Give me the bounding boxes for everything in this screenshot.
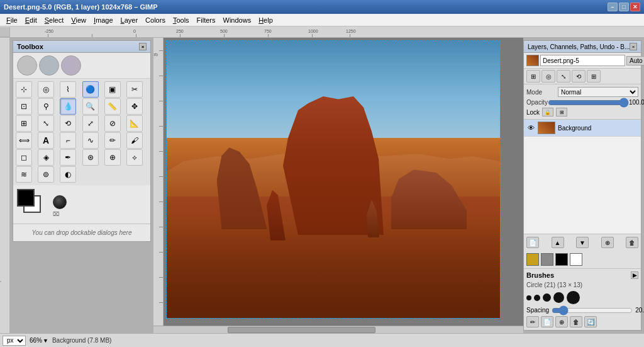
tool-scale[interactable]: ⤢ bbox=[82, 115, 99, 132]
canvas-horizontal-scrollbar[interactable] bbox=[153, 326, 523, 333]
tool-align[interactable]: ⊞ bbox=[16, 115, 32, 132]
tool-move[interactable]: ✥ bbox=[126, 98, 143, 115]
brush-name: Circle (21) (13 × 13) bbox=[526, 282, 638, 288]
tool-fg-select[interactable]: ⊡ bbox=[16, 98, 32, 115]
menu-select[interactable]: Select bbox=[41, 15, 68, 25]
layers-icon-btn-2[interactable]: ◎ bbox=[541, 70, 555, 82]
tool-rect-select[interactable]: ⊹ bbox=[16, 81, 32, 98]
menu-view[interactable]: View bbox=[67, 15, 90, 25]
tool-color-picker[interactable]: 💧 bbox=[60, 98, 76, 115]
brush-duplicate-button[interactable]: ⊕ bbox=[555, 316, 568, 327]
layers-icon-btn-5[interactable]: ⊞ bbox=[587, 70, 601, 82]
new-layer-button[interactable]: 📄 bbox=[526, 237, 539, 248]
tool-scissors[interactable]: ✂ bbox=[126, 81, 143, 98]
brush-dot-small-1[interactable] bbox=[526, 295, 531, 300]
tool-free-select[interactable]: ⌇ bbox=[60, 81, 76, 98]
tool-heal[interactable]: ⊕ bbox=[104, 149, 121, 166]
layer-thumbnail bbox=[538, 122, 555, 134]
tool-zoom[interactable]: 🔍 bbox=[82, 98, 99, 115]
foreground-color-swatch[interactable] bbox=[17, 189, 35, 207]
layers-icon-btn-1[interactable]: ⊞ bbox=[526, 70, 540, 82]
menu-image[interactable]: Image bbox=[90, 15, 117, 25]
tool-blend[interactable]: ∿ bbox=[82, 132, 99, 149]
layer-visibility-icon[interactable]: 👁 bbox=[526, 123, 535, 132]
layer-item-background[interactable]: 👁 Background bbox=[524, 120, 641, 137]
tool-eraser[interactable]: ◻ bbox=[16, 149, 32, 166]
brush-dot-small-2[interactable] bbox=[534, 295, 540, 301]
tool-perspective-clone[interactable]: ⟡ bbox=[126, 149, 143, 166]
lock-pixels-check[interactable]: 🔒 bbox=[542, 108, 553, 117]
canvas-area[interactable] bbox=[164, 38, 523, 326]
zoom-unit-select[interactable]: px % bbox=[3, 336, 26, 346]
menu-windows[interactable]: Windows bbox=[219, 15, 255, 25]
layers-icon-btn-3[interactable]: ⤡ bbox=[557, 70, 570, 82]
brushes-expand-button[interactable]: ▶ bbox=[631, 271, 638, 279]
tool-bucket[interactable]: ⌐ bbox=[60, 132, 76, 149]
scrollbar-thumb[interactable] bbox=[228, 327, 375, 333]
menu-colors[interactable]: Colors bbox=[142, 15, 169, 25]
brush-dot-large[interactable] bbox=[553, 292, 564, 303]
tool-paintbrush[interactable]: 🖌 bbox=[126, 132, 143, 149]
layers-icon-btn-4[interactable]: ⟲ bbox=[572, 70, 586, 82]
swatch-white[interactable] bbox=[570, 253, 582, 266]
tool-measure[interactable]: 📏 bbox=[104, 98, 121, 115]
tool-flip[interactable]: ⟺ bbox=[16, 132, 32, 149]
tool-paths[interactable]: ⚲ bbox=[38, 98, 54, 115]
swatch-gray[interactable] bbox=[541, 253, 553, 266]
toolbox-header: Toolbox × bbox=[13, 41, 150, 53]
tool-clone[interactable]: ⊛ bbox=[82, 149, 99, 166]
brush-edit-button[interactable]: ✏ bbox=[526, 316, 539, 327]
tool-crop[interactable]: ⤡ bbox=[38, 115, 54, 132]
tool-fuzzy-select[interactable]: 🔵 bbox=[82, 81, 99, 98]
tool-color-select[interactable]: ▣ bbox=[104, 81, 121, 98]
canvas-image[interactable] bbox=[167, 41, 500, 318]
tool-shear[interactable]: ⊘ bbox=[104, 115, 121, 132]
zoom-arrow-icon[interactable]: ▼ bbox=[43, 338, 48, 344]
window-controls: – □ ✕ bbox=[608, 3, 640, 11]
menu-layer[interactable]: Layer bbox=[117, 15, 142, 25]
menu-filters[interactable]: Filters bbox=[193, 15, 219, 25]
menu-edit[interactable]: Edit bbox=[21, 15, 41, 25]
tool-dodge[interactable]: ◐ bbox=[60, 166, 76, 183]
tool-text[interactable]: A bbox=[38, 132, 54, 149]
raise-layer-button[interactable]: ▲ bbox=[552, 237, 564, 248]
swatch-black[interactable] bbox=[555, 253, 568, 266]
close-button[interactable]: ✕ bbox=[630, 3, 640, 11]
brush-refresh-button[interactable]: 🔄 bbox=[584, 316, 597, 327]
brush-dot-medium[interactable] bbox=[543, 293, 551, 302]
tool-ink[interactable]: ✒ bbox=[60, 149, 76, 166]
menu-help[interactable]: Help bbox=[255, 15, 277, 25]
menu-tools[interactable]: Tools bbox=[169, 15, 193, 25]
right-panel-close[interactable]: × bbox=[630, 43, 637, 50]
maximize-button[interactable]: □ bbox=[619, 3, 629, 11]
tool-ellipse-select[interactable]: ◎ bbox=[38, 81, 54, 98]
duplicate-layer-button[interactable]: ⊕ bbox=[601, 237, 614, 248]
tool-airbrush[interactable]: ◈ bbox=[38, 149, 54, 166]
tool-blur[interactable]: ≋ bbox=[16, 166, 32, 183]
canvas-row: -pxrb bbox=[153, 38, 523, 326]
lower-layer-button[interactable]: ▼ bbox=[576, 237, 589, 248]
tool-rotate[interactable]: ⟲ bbox=[60, 115, 76, 132]
minimize-button[interactable]: – bbox=[608, 3, 618, 11]
toolbox-close-button[interactable]: × bbox=[139, 43, 147, 50]
tool-perspective[interactable]: 📐 bbox=[126, 115, 143, 132]
mode-select[interactable]: Normal Multiply Screen bbox=[558, 87, 638, 97]
brush-delete-button[interactable]: 🗑 bbox=[570, 316, 582, 327]
tool-pencil[interactable]: ✏ bbox=[104, 132, 121, 149]
lock-position-check[interactable]: ⊞ bbox=[556, 108, 567, 117]
menu-file[interactable]: File bbox=[3, 15, 21, 25]
title-bar: Desert.png-5.0 (RGB, 1 layer) 1024x768 –… bbox=[0, 0, 644, 14]
brush-new-button[interactable]: 📄 bbox=[541, 316, 553, 327]
tool-smudge[interactable]: ⊚ bbox=[38, 166, 54, 183]
canvas-wrapper bbox=[166, 40, 501, 319]
ruler-corner bbox=[0, 27, 10, 37]
right-panel-header: Layers, Channels, Paths, Undo - B... × bbox=[524, 41, 641, 53]
file-selector[interactable] bbox=[540, 55, 625, 66]
layer-name: Background bbox=[558, 125, 638, 132]
delete-layer-button[interactable]: 🗑 bbox=[626, 237, 638, 248]
spacing-slider[interactable] bbox=[552, 307, 633, 314]
opacity-slider[interactable] bbox=[548, 100, 629, 106]
auto-button[interactable]: Auto bbox=[626, 56, 644, 65]
swatch-gold[interactable] bbox=[526, 253, 539, 266]
brush-dot-xlarge[interactable] bbox=[567, 291, 580, 304]
